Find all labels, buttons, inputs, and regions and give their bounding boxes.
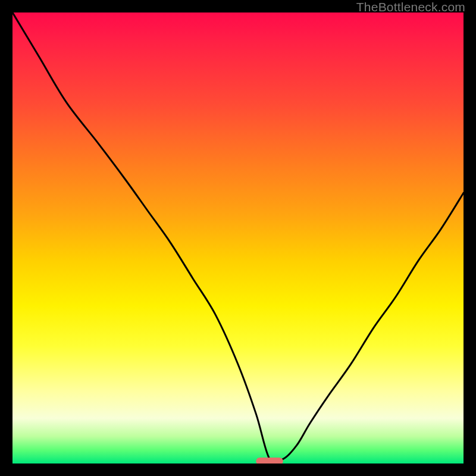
plot-area xyxy=(12,12,464,464)
min-marker xyxy=(256,458,283,464)
chart-frame: TheBottleneck.com xyxy=(0,0,476,476)
watermark-text: TheBottleneck.com xyxy=(356,0,465,14)
chart-svg xyxy=(12,12,464,464)
bottleneck-curve xyxy=(12,12,464,463)
